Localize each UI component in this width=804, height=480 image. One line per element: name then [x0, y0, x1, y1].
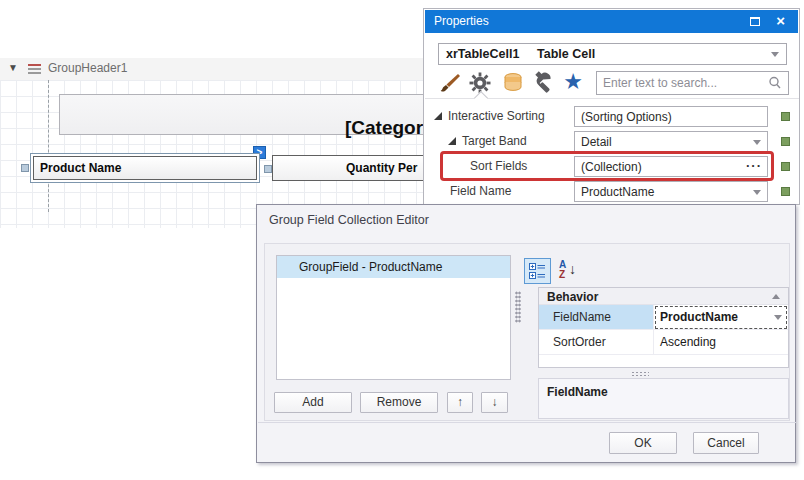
property-description-panel: FieldName [538, 378, 789, 419]
chevron-down-icon [771, 52, 779, 57]
grid-value-fieldname[interactable]: ProductName [654, 305, 788, 330]
categorized-view-button[interactable] [524, 258, 551, 284]
collection-editor-ellipsis-button[interactable]: ··· [746, 158, 762, 173]
properties-panel: Properties × xrTableCell1 Table Cell [423, 8, 800, 205]
group-field-listbox[interactable]: GroupField - ProductName [276, 255, 511, 380]
tab-data-coins-icon[interactable] [500, 71, 526, 97]
search-input[interactable] [603, 73, 763, 93]
tab-layout-wrench-icon[interactable] [530, 71, 556, 97]
property-state-marker [781, 112, 790, 121]
property-value-sorting-options[interactable]: (Sorting Options) [574, 106, 768, 127]
property-label: Field Name [450, 184, 511, 198]
margin-guide-line [48, 80, 49, 212]
property-value-field-name[interactable]: ProductName [574, 181, 768, 202]
band-collapse-icon[interactable]: ▼ [8, 62, 18, 73]
search-icon[interactable] [767, 75, 783, 95]
band-title: GroupHeader1 [48, 61, 127, 75]
object-name: xrTableCell1 [446, 47, 519, 61]
vertical-splitter[interactable] [515, 291, 521, 323]
property-search-box [596, 71, 789, 95]
property-state-marker [781, 187, 790, 196]
group-header-label-cell[interactable]: [CategoryName [59, 94, 423, 135]
category-title: Behavior [547, 290, 598, 304]
property-row-target-band[interactable]: Target Band Detail [425, 129, 799, 154]
tab-favorites-star-icon[interactable]: ★ [560, 69, 586, 95]
move-up-button[interactable]: ↑ [447, 392, 473, 413]
close-icon[interactable]: × [776, 12, 785, 29]
expand-triangle-icon[interactable] [448, 137, 456, 145]
horizontal-splitter[interactable] [631, 371, 649, 377]
property-row-field-name[interactable]: Field Name ProductName [425, 179, 799, 204]
property-state-marker [781, 162, 790, 171]
property-value-text: ProductName [581, 185, 654, 199]
az-z-glyph: Z [559, 269, 565, 280]
property-value-target-band[interactable]: Detail [574, 131, 768, 152]
grid-row-sortorder: SortOrder Ascending [539, 330, 788, 355]
move-down-button[interactable]: ↓ [481, 392, 508, 413]
remove-button[interactable]: Remove [360, 392, 438, 413]
cell-resize-handle-right[interactable] [264, 165, 272, 173]
ok-button[interactable]: OK [609, 432, 677, 454]
add-button[interactable]: Add [274, 392, 352, 413]
properties-panel-title: Properties [434, 14, 489, 28]
table-cell-quantity[interactable]: Quantity Per [272, 155, 423, 181]
property-label: Target Band [462, 134, 527, 148]
property-label: Sort Fields [470, 159, 527, 173]
group-header-band-strip[interactable]: ▼ GroupHeader1 [0, 58, 423, 80]
expand-triangle-icon[interactable] [434, 112, 442, 120]
alphabetical-sort-button[interactable]: A Z ↓ [557, 259, 585, 283]
property-value-text: (Sorting Options) [581, 110, 672, 124]
selected-object-combo[interactable]: xrTableCell1 Table Cell [438, 43, 787, 65]
quantity-cell-text: Quantity Per [346, 161, 417, 175]
description-title: FieldName [547, 385, 608, 399]
grid-row-fieldname: FieldName ProductName [539, 305, 788, 330]
collapse-up-icon[interactable] [772, 294, 780, 299]
float-window-icon[interactable] [750, 17, 760, 26]
chevron-down-icon[interactable] [753, 190, 761, 195]
chevron-down-icon[interactable] [753, 140, 761, 145]
group-header-band-icon [26, 62, 44, 80]
screen: ▼ GroupHeader1 [CategoryName > Product N… [0, 0, 804, 480]
grid-label-sortorder[interactable]: SortOrder [539, 330, 654, 355]
tab-appearance-brush-icon[interactable] [437, 71, 463, 97]
az-down-arrow-icon: ↓ [569, 261, 576, 277]
property-row-sort-fields[interactable]: Sort Fields (Collection) ··· [425, 154, 799, 179]
dialog-footer-separator [258, 422, 796, 423]
property-value-text: Detail [581, 135, 612, 149]
grid-value-text: Ascending [660, 335, 716, 349]
group-field-collection-editor-dialog: Group Field Collection Editor GroupField… [256, 204, 796, 463]
field-property-grid: Behavior FieldName ProductName SortOrder… [538, 287, 789, 368]
property-state-marker [781, 137, 790, 146]
list-item-groupfield[interactable]: GroupField - ProductName [277, 256, 510, 278]
property-value-sort-fields[interactable]: (Collection) ··· [574, 156, 768, 177]
category-name-binding: [CategoryName [345, 117, 423, 139]
grid-value-sortorder[interactable]: Ascending [654, 330, 788, 355]
cancel-button[interactable]: Cancel [693, 432, 759, 454]
category-header-behavior[interactable]: Behavior [539, 288, 788, 305]
dialog-title: Group Field Collection Editor [269, 213, 429, 227]
object-type: Table Cell [537, 47, 595, 61]
grid-label-fieldname[interactable]: FieldName [539, 305, 654, 330]
grid-value-text: ProductName [660, 310, 738, 324]
property-row-interactive-sorting[interactable]: Interactive Sorting (Sorting Options) [425, 104, 799, 129]
row-resize-handle-left[interactable] [21, 164, 29, 172]
property-label: Interactive Sorting [448, 109, 545, 123]
table-cell-product-name[interactable]: Product Name [33, 156, 257, 180]
properties-titlebar[interactable]: Properties × [425, 10, 798, 33]
property-value-text: (Collection) [581, 160, 642, 174]
chevron-down-icon[interactable] [774, 315, 782, 320]
